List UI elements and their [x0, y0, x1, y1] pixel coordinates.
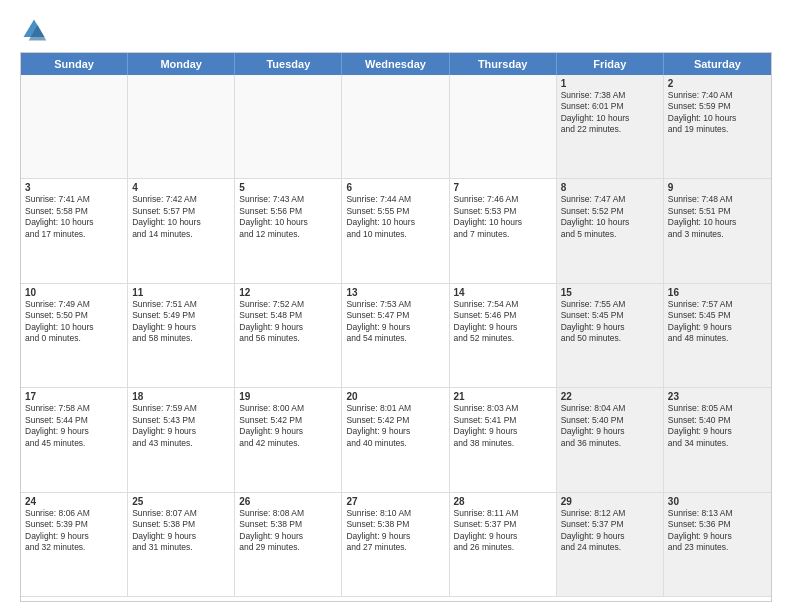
cell-info: Sunrise: 7:41 AM Sunset: 5:58 PM Dayligh…	[25, 194, 123, 240]
cal-cell-day-24: 24Sunrise: 8:06 AM Sunset: 5:39 PM Dayli…	[21, 493, 128, 597]
day-number: 29	[561, 496, 659, 507]
cal-cell-day-17: 17Sunrise: 7:58 AM Sunset: 5:44 PM Dayli…	[21, 388, 128, 492]
day-number: 28	[454, 496, 552, 507]
cal-cell-day-30: 30Sunrise: 8:13 AM Sunset: 5:36 PM Dayli…	[664, 493, 771, 597]
cal-cell-day-18: 18Sunrise: 7:59 AM Sunset: 5:43 PM Dayli…	[128, 388, 235, 492]
cell-info: Sunrise: 7:43 AM Sunset: 5:56 PM Dayligh…	[239, 194, 337, 240]
cell-info: Sunrise: 7:54 AM Sunset: 5:46 PM Dayligh…	[454, 299, 552, 345]
cal-cell-day-27: 27Sunrise: 8:10 AM Sunset: 5:38 PM Dayli…	[342, 493, 449, 597]
day-number: 9	[668, 182, 767, 193]
cal-cell-day-10: 10Sunrise: 7:49 AM Sunset: 5:50 PM Dayli…	[21, 284, 128, 388]
cell-info: Sunrise: 8:04 AM Sunset: 5:40 PM Dayligh…	[561, 403, 659, 449]
calendar-header: SundayMondayTuesdayWednesdayThursdayFrid…	[21, 53, 771, 75]
cal-cell-day-6: 6Sunrise: 7:44 AM Sunset: 5:55 PM Daylig…	[342, 179, 449, 283]
day-number: 2	[668, 78, 767, 89]
day-number: 8	[561, 182, 659, 193]
day-number: 18	[132, 391, 230, 402]
day-number: 27	[346, 496, 444, 507]
cal-cell-day-14: 14Sunrise: 7:54 AM Sunset: 5:46 PM Dayli…	[450, 284, 557, 388]
cell-info: Sunrise: 8:08 AM Sunset: 5:38 PM Dayligh…	[239, 508, 337, 554]
page: SundayMondayTuesdayWednesdayThursdayFrid…	[0, 0, 792, 612]
cell-info: Sunrise: 8:07 AM Sunset: 5:38 PM Dayligh…	[132, 508, 230, 554]
cal-cell-empty-1	[128, 75, 235, 179]
day-number: 22	[561, 391, 659, 402]
day-number: 17	[25, 391, 123, 402]
header-day-saturday: Saturday	[664, 53, 771, 75]
cal-cell-day-20: 20Sunrise: 8:01 AM Sunset: 5:42 PM Dayli…	[342, 388, 449, 492]
cal-cell-day-12: 12Sunrise: 7:52 AM Sunset: 5:48 PM Dayli…	[235, 284, 342, 388]
cal-cell-day-3: 3Sunrise: 7:41 AM Sunset: 5:58 PM Daylig…	[21, 179, 128, 283]
cell-info: Sunrise: 7:44 AM Sunset: 5:55 PM Dayligh…	[346, 194, 444, 240]
cell-info: Sunrise: 7:47 AM Sunset: 5:52 PM Dayligh…	[561, 194, 659, 240]
cell-info: Sunrise: 7:57 AM Sunset: 5:45 PM Dayligh…	[668, 299, 767, 345]
cal-cell-day-25: 25Sunrise: 8:07 AM Sunset: 5:38 PM Dayli…	[128, 493, 235, 597]
logo-icon	[20, 16, 48, 44]
day-number: 5	[239, 182, 337, 193]
cell-info: Sunrise: 7:53 AM Sunset: 5:47 PM Dayligh…	[346, 299, 444, 345]
cell-info: Sunrise: 8:01 AM Sunset: 5:42 PM Dayligh…	[346, 403, 444, 449]
cal-cell-day-21: 21Sunrise: 8:03 AM Sunset: 5:41 PM Dayli…	[450, 388, 557, 492]
cal-cell-empty-3	[342, 75, 449, 179]
day-number: 16	[668, 287, 767, 298]
calendar: SundayMondayTuesdayWednesdayThursdayFrid…	[20, 52, 772, 602]
day-number: 14	[454, 287, 552, 298]
cal-cell-day-9: 9Sunrise: 7:48 AM Sunset: 5:51 PM Daylig…	[664, 179, 771, 283]
cal-cell-day-23: 23Sunrise: 8:05 AM Sunset: 5:40 PM Dayli…	[664, 388, 771, 492]
cal-cell-day-19: 19Sunrise: 8:00 AM Sunset: 5:42 PM Dayli…	[235, 388, 342, 492]
day-number: 20	[346, 391, 444, 402]
cell-info: Sunrise: 7:49 AM Sunset: 5:50 PM Dayligh…	[25, 299, 123, 345]
day-number: 21	[454, 391, 552, 402]
cal-cell-day-15: 15Sunrise: 7:55 AM Sunset: 5:45 PM Dayli…	[557, 284, 664, 388]
day-number: 30	[668, 496, 767, 507]
day-number: 24	[25, 496, 123, 507]
cell-info: Sunrise: 7:38 AM Sunset: 6:01 PM Dayligh…	[561, 90, 659, 136]
cell-info: Sunrise: 8:05 AM Sunset: 5:40 PM Dayligh…	[668, 403, 767, 449]
day-number: 19	[239, 391, 337, 402]
day-number: 23	[668, 391, 767, 402]
cal-cell-day-2: 2Sunrise: 7:40 AM Sunset: 5:59 PM Daylig…	[664, 75, 771, 179]
cal-cell-day-28: 28Sunrise: 8:11 AM Sunset: 5:37 PM Dayli…	[450, 493, 557, 597]
cell-info: Sunrise: 8:06 AM Sunset: 5:39 PM Dayligh…	[25, 508, 123, 554]
cal-cell-empty-0	[21, 75, 128, 179]
cal-cell-day-5: 5Sunrise: 7:43 AM Sunset: 5:56 PM Daylig…	[235, 179, 342, 283]
calendar-body: 1Sunrise: 7:38 AM Sunset: 6:01 PM Daylig…	[21, 75, 771, 597]
day-number: 25	[132, 496, 230, 507]
cell-info: Sunrise: 7:42 AM Sunset: 5:57 PM Dayligh…	[132, 194, 230, 240]
cell-info: Sunrise: 8:12 AM Sunset: 5:37 PM Dayligh…	[561, 508, 659, 554]
cal-cell-day-1: 1Sunrise: 7:38 AM Sunset: 6:01 PM Daylig…	[557, 75, 664, 179]
cell-info: Sunrise: 8:11 AM Sunset: 5:37 PM Dayligh…	[454, 508, 552, 554]
header-day-tuesday: Tuesday	[235, 53, 342, 75]
day-number: 26	[239, 496, 337, 507]
cell-info: Sunrise: 7:40 AM Sunset: 5:59 PM Dayligh…	[668, 90, 767, 136]
header-day-wednesday: Wednesday	[342, 53, 449, 75]
cell-info: Sunrise: 7:59 AM Sunset: 5:43 PM Dayligh…	[132, 403, 230, 449]
cell-info: Sunrise: 7:48 AM Sunset: 5:51 PM Dayligh…	[668, 194, 767, 240]
day-number: 11	[132, 287, 230, 298]
header-day-friday: Friday	[557, 53, 664, 75]
cell-info: Sunrise: 7:46 AM Sunset: 5:53 PM Dayligh…	[454, 194, 552, 240]
cal-cell-day-16: 16Sunrise: 7:57 AM Sunset: 5:45 PM Dayli…	[664, 284, 771, 388]
cell-info: Sunrise: 7:55 AM Sunset: 5:45 PM Dayligh…	[561, 299, 659, 345]
day-number: 15	[561, 287, 659, 298]
cal-cell-day-7: 7Sunrise: 7:46 AM Sunset: 5:53 PM Daylig…	[450, 179, 557, 283]
cell-info: Sunrise: 7:58 AM Sunset: 5:44 PM Dayligh…	[25, 403, 123, 449]
logo	[20, 16, 52, 44]
cal-cell-day-22: 22Sunrise: 8:04 AM Sunset: 5:40 PM Dayli…	[557, 388, 664, 492]
cal-cell-day-8: 8Sunrise: 7:47 AM Sunset: 5:52 PM Daylig…	[557, 179, 664, 283]
day-number: 13	[346, 287, 444, 298]
cell-info: Sunrise: 8:00 AM Sunset: 5:42 PM Dayligh…	[239, 403, 337, 449]
day-number: 10	[25, 287, 123, 298]
day-number: 1	[561, 78, 659, 89]
cal-cell-day-29: 29Sunrise: 8:12 AM Sunset: 5:37 PM Dayli…	[557, 493, 664, 597]
day-number: 4	[132, 182, 230, 193]
header	[20, 16, 772, 44]
cal-cell-day-26: 26Sunrise: 8:08 AM Sunset: 5:38 PM Dayli…	[235, 493, 342, 597]
cell-info: Sunrise: 8:03 AM Sunset: 5:41 PM Dayligh…	[454, 403, 552, 449]
day-number: 12	[239, 287, 337, 298]
cell-info: Sunrise: 7:51 AM Sunset: 5:49 PM Dayligh…	[132, 299, 230, 345]
cal-cell-day-11: 11Sunrise: 7:51 AM Sunset: 5:49 PM Dayli…	[128, 284, 235, 388]
header-day-sunday: Sunday	[21, 53, 128, 75]
header-day-monday: Monday	[128, 53, 235, 75]
cal-cell-day-4: 4Sunrise: 7:42 AM Sunset: 5:57 PM Daylig…	[128, 179, 235, 283]
cal-cell-empty-2	[235, 75, 342, 179]
